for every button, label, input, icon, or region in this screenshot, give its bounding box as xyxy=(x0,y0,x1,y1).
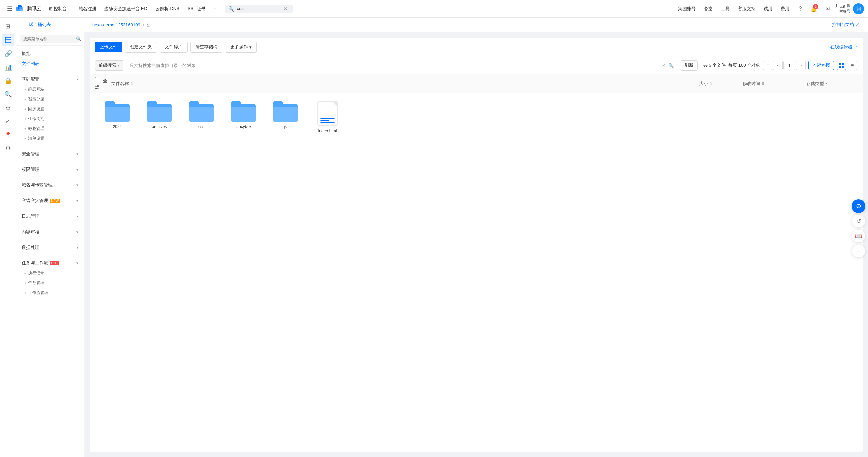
nav-trial[interactable]: 试用 xyxy=(761,4,775,13)
page-next-btn[interactable]: › xyxy=(796,61,806,70)
grid-view-btn[interactable] xyxy=(837,61,846,70)
select-all-checkbox[interactable] xyxy=(95,77,100,82)
sidebar-disaster-section: 容错容灾管理 NEW ▾ xyxy=(16,193,84,208)
nav-edge[interactable]: 边缘安全加速平台 EO xyxy=(101,4,151,14)
user-info[interactable]: 归去如风 主账号 xyxy=(835,4,850,14)
online-editor-link[interactable]: 在线编辑器 ↗ xyxy=(830,44,857,50)
page-prev-btn[interactable]: ‹ xyxy=(773,61,783,70)
float-chat-btn[interactable]: ⊕ xyxy=(852,199,865,213)
notification-icon-btn[interactable]: 🔔 1 xyxy=(808,3,819,14)
sidebar-item-tags[interactable]: 标签管理 xyxy=(16,124,84,134)
console-doc-link[interactable]: 控制台文档 ↗ xyxy=(832,22,860,28)
upload-file-button[interactable]: 上传文件 xyxy=(95,42,122,52)
file-item-js[interactable]: js xyxy=(269,101,302,133)
help-icon-btn[interactable]: ? xyxy=(795,3,806,14)
bucket-name-link[interactable]: hexo-demo-1253163109 xyxy=(92,22,140,27)
file-search-submit-icon[interactable]: 🔍 xyxy=(668,63,674,68)
icon-bar-storage[interactable] xyxy=(2,34,14,46)
menu-icon[interactable]: ☰ xyxy=(4,3,15,14)
column-name-header[interactable]: 文件名称 ⇅ xyxy=(111,81,696,87)
nav-support[interactable]: 客服支持 xyxy=(735,4,758,13)
nav-dns[interactable]: 云解析 DNS xyxy=(152,4,183,14)
copy-path-icon[interactable]: ⎘ xyxy=(147,22,150,27)
icon-bar-monitor[interactable]: 📊 xyxy=(2,61,14,73)
icon-bar-check[interactable]: ✓ xyxy=(2,115,14,127)
sidebar-item-exec-log[interactable]: 执行记录 xyxy=(16,268,84,278)
file-item-css[interactable]: css xyxy=(184,101,218,133)
list-view-btn[interactable]: ≡ xyxy=(848,61,857,70)
message-icon-btn[interactable]: ✉ xyxy=(822,3,833,14)
icon-bar-link[interactable]: 🔗 xyxy=(2,47,14,60)
file-item-archives[interactable]: archives xyxy=(142,101,176,133)
icon-bar-settings[interactable]: ⚙ xyxy=(2,142,14,155)
search-input[interactable] xyxy=(237,6,281,11)
sidebar-security-title[interactable]: 安全管理 ▾ xyxy=(16,149,84,159)
nav-domain-reg[interactable]: 域名注册 xyxy=(75,4,100,14)
sidebar-permission-title[interactable]: 权限管理 ▾ xyxy=(16,164,84,175)
nav-cost[interactable]: 费用 xyxy=(778,4,792,13)
svg-rect-7 xyxy=(842,63,844,65)
top-navigation: ☰ 腾讯云 ⊞ 控制台 | 域名注册 边缘安全加速平台 EO 云解析 DNS S… xyxy=(0,0,868,18)
icon-bar-location[interactable]: 📍 xyxy=(2,129,14,141)
file-item-index-html[interactable]: index.html xyxy=(311,101,344,133)
nav-ssl[interactable]: SSL 证书 xyxy=(184,4,209,14)
more-actions-button[interactable]: 更多操作 ▾ xyxy=(225,42,257,53)
icon-bar-list[interactable]: ≡ xyxy=(2,156,14,168)
notification-badge: 1 xyxy=(813,4,818,9)
nav-group-account[interactable]: 集团账号 xyxy=(675,4,698,13)
icon-bar-home[interactable]: ⊞ xyxy=(2,20,14,33)
thumbnail-view-btn[interactable]: ✓ 缩略图 xyxy=(808,61,834,70)
search-icon: 🔍 xyxy=(228,6,234,12)
sidebar-overview[interactable]: 概览 xyxy=(16,48,84,59)
sidebar-item-smart-tier[interactable]: 智能分层 xyxy=(16,94,84,104)
icon-bar-security[interactable]: 🔒 xyxy=(2,75,14,87)
sidebar-search-input[interactable] xyxy=(23,37,74,41)
sidebar-log-title[interactable]: 日志管理 ▾ xyxy=(16,211,84,221)
clear-bucket-button[interactable]: 清空存储桶 xyxy=(190,42,222,53)
prefix-dropdown-icon: ▾ xyxy=(118,63,120,68)
nav-console[interactable]: ⊞ 控制台 xyxy=(45,4,70,14)
nav-tools[interactable]: 工具 xyxy=(718,4,732,13)
create-folder-button[interactable]: 创建文件夹 xyxy=(125,42,157,53)
float-list-btn[interactable]: ≡ xyxy=(852,244,865,258)
file-item-fancybox[interactable]: fancybox xyxy=(226,101,260,133)
logo[interactable]: 腾讯云 xyxy=(16,5,41,12)
search-clear-icon[interactable]: ✕ xyxy=(283,6,288,12)
sidebar-content-title[interactable]: 内容审核 ▾ xyxy=(16,227,84,237)
file-search-input[interactable] xyxy=(130,63,662,68)
sidebar-search-icon[interactable]: 🔍 xyxy=(76,36,81,41)
user-avatar[interactable]: 归 xyxy=(853,3,864,14)
nav-divider-1: | xyxy=(72,6,73,11)
file-item-2024[interactable]: 2024 xyxy=(100,101,134,133)
sidebar-data-title[interactable]: 数据处理 ▾ xyxy=(16,242,84,253)
refresh-button[interactable]: 刷新 xyxy=(680,60,698,71)
icon-bar-search[interactable]: 🔍 xyxy=(2,88,14,100)
column-time-header[interactable]: 修改时间 ⇅ xyxy=(743,81,804,87)
sidebar-domain-title[interactable]: 域名与传输管理 ▾ xyxy=(16,180,84,190)
nav-more[interactable]: ··· xyxy=(211,4,221,13)
page-first-btn[interactable]: « xyxy=(763,61,772,70)
sidebar-item-workflow-mgmt[interactable]: 工作流管理 xyxy=(16,288,84,298)
sidebar-basic-config-title[interactable]: 基础配置 ▾ xyxy=(16,74,84,84)
sidebar-task-title[interactable]: 任务与工作流 HOT ▾ xyxy=(16,258,84,268)
sidebar-file-list[interactable]: 文件列表 xyxy=(16,59,84,69)
sidebar-back-btn[interactable]: ← 返回桶列表 xyxy=(16,18,84,32)
sidebar-item-static-web[interactable]: 静态网站 xyxy=(16,84,84,94)
sidebar-disaster-title[interactable]: 容错容灾管理 NEW ▾ xyxy=(16,196,84,206)
file-search-clear-icon[interactable]: ✕ xyxy=(662,63,666,68)
column-size-header[interactable]: 大小 ⇅ xyxy=(699,81,740,87)
file-fragment-button[interactable]: 文件碎片 xyxy=(160,42,188,53)
float-book-btn[interactable]: 📖 xyxy=(852,229,865,243)
float-refresh-btn[interactable]: ↺ xyxy=(852,214,865,228)
sidebar-item-inventory[interactable]: 清单设置 xyxy=(16,134,84,143)
sidebar: ← 返回桶列表 🔍 概览 文件列表 基础配置 ▾ 静态网站 智能分层 回源设 xyxy=(16,18,84,457)
sidebar-item-task-mgmt[interactable]: 任务管理 xyxy=(16,278,84,288)
column-storage-header[interactable]: 存储类型 ▾ xyxy=(806,81,857,87)
icon-bar-process[interactable]: ⚙ xyxy=(2,102,14,114)
sidebar-item-origin[interactable]: 回源设置 xyxy=(16,104,84,114)
log-arrow: ▾ xyxy=(76,214,78,219)
nav-filing[interactable]: 备案 xyxy=(701,4,715,13)
folder-icon-2024 xyxy=(105,101,130,122)
search-prefix-dropdown[interactable]: 前缀搜索 ▾ xyxy=(95,60,123,71)
sidebar-item-lifecycle[interactable]: 生命周期 xyxy=(16,114,84,124)
